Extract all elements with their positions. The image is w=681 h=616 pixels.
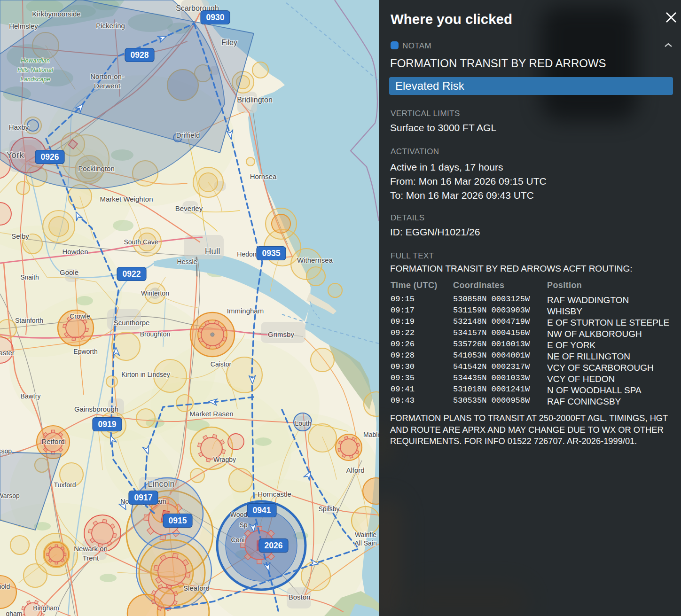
- svg-text:Grimsby: Grimsby: [268, 330, 294, 338]
- svg-text:Horncastle: Horncastle: [258, 490, 291, 498]
- svg-text:York: York: [6, 150, 24, 160]
- svg-text:Spilsby: Spilsby: [318, 505, 339, 513]
- svg-text:South Cave: South Cave: [124, 238, 158, 246]
- svg-text:Hedon: Hedon: [237, 250, 256, 258]
- svg-text:Driffield: Driffield: [176, 131, 200, 139]
- svg-text:Lincoln: Lincoln: [148, 479, 174, 489]
- svg-text:Warsop: Warsop: [0, 492, 20, 499]
- svg-text:Wainfle: Wainfle: [355, 531, 376, 538]
- svg-text:Kirton in Lindsey: Kirton in Lindsey: [121, 371, 170, 378]
- svg-text:Hull: Hull: [205, 246, 220, 256]
- svg-text:Hessle: Hessle: [177, 258, 197, 265]
- svg-text:Filey: Filey: [221, 39, 237, 47]
- svg-text:Retford: Retford: [41, 437, 64, 445]
- svg-text:Coni: Coni: [231, 536, 245, 544]
- svg-text:Sleaford: Sleaford: [183, 584, 210, 592]
- svg-text:Haxby: Haxby: [9, 123, 29, 131]
- svg-text:Goole: Goole: [60, 268, 78, 276]
- svg-text:Immingham: Immingham: [227, 307, 264, 315]
- svg-text:Crowle: Crowle: [70, 312, 90, 320]
- svg-text:Norton-on-: Norton-on-: [90, 72, 124, 80]
- svg-text:nold: nold: [0, 583, 10, 590]
- svg-text:Stainforth: Stainforth: [15, 317, 43, 324]
- svg-text:Tuxford: Tuxford: [54, 481, 76, 489]
- svg-text:Trent: Trent: [83, 554, 99, 562]
- svg-text:Hills National: Hills National: [17, 66, 54, 73]
- svg-text:Howden: Howden: [62, 248, 88, 256]
- svg-text:Pocklington: Pocklington: [78, 164, 115, 172]
- svg-text:Epworth: Epworth: [73, 348, 97, 355]
- svg-text:All Sain: All Sain: [354, 539, 376, 547]
- svg-text:Mableth: Mableth: [363, 431, 379, 438]
- svg-text:Louth: Louth: [295, 420, 311, 427]
- svg-text:Newark on: Newark on: [74, 545, 108, 553]
- svg-text:gham: gham: [6, 610, 22, 616]
- svg-text:Gainsborough: Gainsborough: [74, 405, 118, 413]
- svg-text:Withernsea: Withernsea: [297, 256, 333, 264]
- svg-text:0941: 0941: [253, 506, 271, 515]
- svg-text:Sp: Sp: [239, 521, 247, 529]
- svg-text:easter: easter: [0, 349, 15, 357]
- svg-text:0935: 0935: [262, 249, 281, 258]
- svg-text:Boston: Boston: [289, 593, 311, 601]
- svg-text:Snaith: Snaith: [20, 273, 39, 281]
- svg-text:Kirkbymoorside: Kirkbymoorside: [32, 10, 80, 18]
- svg-text:0915: 0915: [169, 516, 187, 525]
- svg-text:0926: 0926: [41, 152, 59, 162]
- svg-text:0928: 0928: [131, 50, 149, 60]
- svg-text:Bridlington: Bridlington: [237, 96, 273, 104]
- svg-text:Bingham: Bingham: [33, 604, 59, 612]
- svg-text:Wragby: Wragby: [213, 456, 236, 463]
- svg-text:0922: 0922: [123, 269, 141, 279]
- svg-text:rksop: rksop: [0, 447, 12, 455]
- svg-text:Hornsea: Hornsea: [250, 172, 277, 180]
- svg-text:Howardian: Howardian: [21, 57, 50, 64]
- svg-text:Market Rasen: Market Rasen: [189, 410, 233, 418]
- svg-text:Broughton: Broughton: [140, 330, 171, 338]
- svg-text:Alford: Alford: [346, 466, 364, 474]
- svg-text:Derwent: Derwent: [94, 82, 121, 90]
- svg-text:Market Weighton: Market Weighton: [100, 195, 153, 203]
- svg-text:Pickering: Pickering: [96, 22, 125, 30]
- svg-text:Scunthorpe: Scunthorpe: [114, 319, 150, 327]
- svg-text:Caistor: Caistor: [211, 360, 232, 368]
- svg-text:Winterton: Winterton: [141, 289, 169, 297]
- svg-text:Wood: Wood: [230, 511, 247, 518]
- svg-text:0930: 0930: [206, 13, 225, 22]
- svg-text:Helmsley: Helmsley: [9, 22, 38, 30]
- svg-text:Beverley: Beverley: [175, 204, 203, 212]
- svg-text:Landscape: Landscape: [20, 76, 50, 83]
- svg-text:Selby: Selby: [11, 232, 29, 240]
- svg-text:Bawtry: Bawtry: [21, 392, 41, 400]
- svg-text:0917: 0917: [134, 493, 153, 502]
- svg-text:2026: 2026: [265, 541, 283, 550]
- svg-text:0919: 0919: [98, 420, 117, 429]
